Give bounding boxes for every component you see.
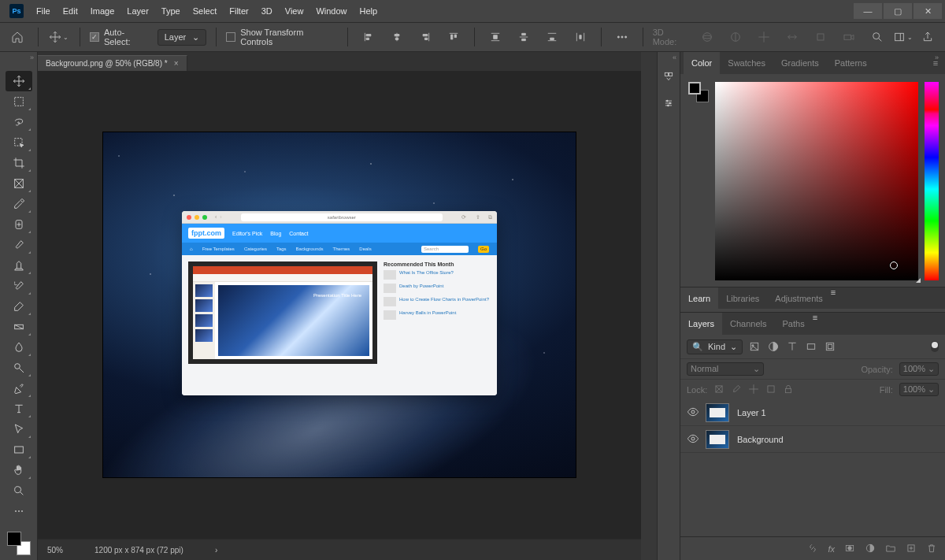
menu-view[interactable]: View — [279, 0, 310, 22]
distribute-horizontal-icon[interactable] — [569, 26, 591, 48]
hand-tool[interactable] — [6, 460, 32, 480]
layer-thumbnail[interactable] — [706, 403, 729, 422]
artboard[interactable]: ‹ › safaribrowser ⟳ ⇪ ⧉ fppt.com Editor'… — [103, 132, 576, 477]
zoom-tool[interactable] — [6, 480, 32, 501]
move-tool-icon[interactable]: ⌄ — [48, 26, 70, 48]
filter-pixel-icon[interactable] — [747, 339, 762, 354]
distribute-vertical-icon[interactable] — [513, 26, 535, 48]
canvas-area[interactable]: ‹ › safaribrowser ⟳ ⇪ ⧉ fppt.com Editor'… — [38, 71, 641, 539]
mask-icon[interactable] — [844, 543, 855, 555]
collapse-icon[interactable]: » — [30, 54, 34, 61]
edit-toolbar-icon[interactable]: ⋯ — [6, 501, 32, 521]
crop-tool[interactable] — [6, 153, 32, 173]
lock-transparency-icon[interactable] — [713, 384, 724, 396]
gradient-tool[interactable] — [6, 317, 32, 337]
path-selection-tool[interactable] — [6, 419, 32, 439]
filter-smart-icon[interactable] — [823, 339, 837, 354]
hue-slider[interactable] — [925, 82, 939, 280]
eraser-tool[interactable] — [6, 296, 32, 317]
workspace-switcher-icon[interactable]: ⌄ — [891, 26, 914, 48]
chevron-right-icon[interactable]: › — [215, 546, 217, 554]
align-left-edges-icon[interactable] — [358, 26, 380, 48]
lock-artboard-icon[interactable] — [765, 384, 776, 396]
brush-tool[interactable] — [6, 235, 32, 255]
lock-image-icon[interactable] — [731, 384, 742, 396]
dodge-tool[interactable] — [6, 358, 32, 378]
filter-shape-icon[interactable] — [804, 339, 818, 354]
filter-toggle[interactable] — [931, 341, 939, 352]
quick-selection-tool[interactable] — [6, 132, 32, 153]
type-tool[interactable] — [6, 399, 32, 419]
layer-name[interactable]: Layer 1 — [737, 408, 766, 417]
align-right-edges-icon[interactable] — [414, 26, 436, 48]
resize-corner-icon[interactable] — [916, 278, 921, 283]
new-layer-icon[interactable] — [906, 543, 917, 555]
menu-edit[interactable]: Edit — [57, 0, 84, 22]
menu-filter[interactable]: Filter — [223, 0, 254, 22]
pen-tool[interactable] — [6, 378, 32, 399]
layer-thumbnail[interactable] — [706, 430, 729, 449]
distribute-bottom-icon[interactable] — [541, 26, 563, 48]
lasso-tool[interactable] — [6, 112, 32, 132]
menu-select[interactable]: Select — [187, 0, 224, 22]
auto-select-checkbox[interactable]: ✓ Auto-Select: — [90, 28, 151, 46]
tab-swatches[interactable]: Swatches — [720, 52, 773, 74]
link-layers-icon[interactable] — [807, 543, 818, 555]
panel-menu-icon[interactable]: ≡ — [831, 287, 836, 309]
properties-panel-icon[interactable] — [663, 98, 674, 110]
search-icon[interactable] — [866, 26, 888, 48]
minimize-button[interactable]: — — [854, 3, 882, 19]
share-icon[interactable] — [917, 26, 939, 48]
more-options-icon[interactable] — [611, 26, 633, 48]
tab-libraries[interactable]: Libraries — [718, 287, 767, 309]
rectangle-tool[interactable] — [6, 439, 32, 460]
layer-row[interactable]: Background — [680, 426, 945, 453]
close-tab-icon[interactable]: × — [174, 59, 179, 68]
tab-adjustments[interactable]: Adjustments — [767, 287, 831, 309]
eyedropper-tool[interactable] — [6, 194, 32, 214]
delete-layer-icon[interactable] — [926, 543, 937, 555]
doc-info[interactable]: 1200 px x 874 px (72 ppi) — [94, 546, 183, 554]
show-transform-checkbox[interactable]: Show Transform Controls — [226, 28, 338, 46]
filter-kind-dropdown[interactable]: 🔍 Kind ⌄ — [687, 339, 743, 354]
marquee-tool[interactable] — [6, 91, 32, 112]
menu-type[interactable]: Type — [155, 0, 187, 22]
visibility-icon[interactable] — [687, 432, 698, 447]
foreground-color-swatch[interactable] — [7, 532, 21, 546]
align-horizontal-centers-icon[interactable] — [386, 26, 408, 48]
fx-icon[interactable]: fx — [828, 544, 835, 554]
tab-layers[interactable]: Layers — [680, 313, 722, 335]
menu-file[interactable]: File — [30, 0, 57, 22]
menu-3d[interactable]: 3D — [255, 0, 279, 22]
healing-brush-tool[interactable] — [6, 214, 32, 235]
layer-name[interactable]: Background — [737, 435, 784, 444]
adjustment-layer-icon[interactable] — [865, 543, 876, 555]
lock-position-icon[interactable] — [748, 384, 759, 396]
history-brush-tool[interactable] — [6, 276, 32, 296]
tab-color[interactable]: Color — [684, 52, 720, 74]
filter-adjustment-icon[interactable] — [766, 339, 780, 354]
blend-mode-dropdown[interactable]: Normal ⌄ — [687, 362, 764, 376]
tab-gradients[interactable]: Gradients — [773, 52, 827, 74]
tab-learn[interactable]: Learn — [680, 287, 718, 309]
fill-input[interactable]: 100% ⌄ — [899, 383, 939, 396]
foreground-background-swatch[interactable] — [7, 532, 31, 555]
tab-patterns[interactable]: Patterns — [827, 52, 875, 74]
collapse-panels-icon[interactable]: » — [935, 54, 939, 61]
visibility-icon[interactable] — [687, 406, 698, 420]
expand-icon[interactable]: « — [673, 54, 676, 61]
group-icon[interactable] — [885, 543, 896, 555]
menu-image[interactable]: Image — [84, 0, 121, 22]
document-tab[interactable]: Background.png @ 50% (RGB/8) * × — [38, 55, 187, 71]
blur-tool[interactable] — [6, 337, 32, 358]
align-top-edges-icon[interactable] — [443, 26, 465, 48]
panel-fg-swatch[interactable] — [688, 82, 701, 95]
filter-type-icon[interactable] — [785, 339, 799, 354]
auto-select-target-dropdown[interactable]: Layer ⌄ — [158, 29, 207, 46]
close-button[interactable]: ✕ — [914, 3, 942, 19]
zoom-level[interactable]: 50% — [47, 546, 63, 554]
history-panel-icon[interactable] — [663, 71, 674, 83]
maximize-button[interactable]: ▢ — [884, 3, 912, 19]
menu-help[interactable]: Help — [354, 0, 384, 22]
frame-tool[interactable] — [6, 173, 32, 194]
